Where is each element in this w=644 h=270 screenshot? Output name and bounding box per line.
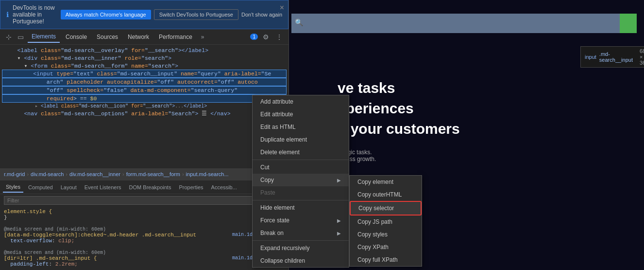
breadcrumb-item[interactable]: div.md-search__inner [69, 171, 120, 177]
copy-xpath-item[interactable]: Copy XPath [350, 241, 422, 253]
breadcrumb: r.md-grid › div.md-search › div.md-searc… [0, 168, 288, 180]
selected-dom-line-2[interactable]: arch" placeholder autocapitalize="off" a… [2, 78, 287, 86]
website-heading: ve tasks xperiences d your customers [338, 78, 460, 139]
settings-icon[interactable]: ⚙ [261, 32, 271, 42]
selected-dom-line-4[interactable]: required> == $0 [2, 94, 287, 103]
ctx-copy[interactable]: Copy ▶ [253, 174, 349, 186]
ctx-collapse[interactable]: Collapse children [253, 254, 349, 267]
tab-computed[interactable]: Computed [25, 182, 56, 192]
dom-tree: <label class="md-search__overlay" for="_… [0, 45, 288, 168]
dont-show-link[interactable]: Don't show again [241, 12, 282, 18]
breadcrumb-item[interactable]: div.md-search [31, 171, 64, 177]
ctx-duplicate[interactable]: Duplicate element [253, 133, 349, 146]
ctx-break-on[interactable]: Break on ▶ [253, 227, 349, 239]
css-selector-2: [data-md-toggle=search]:checked~.md-head… [4, 232, 196, 238]
ctx-expand[interactable]: Expand recursively [253, 242, 349, 254]
tab-accessibility[interactable]: Accessib... [208, 182, 240, 192]
tab-performance[interactable]: Performance [155, 32, 196, 42]
inspect-icon[interactable]: ⊹ [4, 32, 14, 42]
force-state-arrow: ▶ [337, 218, 341, 223]
ctx-paste: Paste [253, 186, 349, 199]
dom-line[interactable]: ▾ <div class="md-search__inner" role="se… [0, 54, 288, 62]
tab-console[interactable]: Console [62, 32, 91, 42]
ctx-edit-attribute[interactable]: Edit attribute [253, 108, 349, 121]
copy-styles-item[interactable]: Copy styles [350, 228, 422, 241]
copy-full-xpath-item[interactable]: Copy full XPath [350, 253, 422, 266]
ctx-hide[interactable]: Hide element [253, 201, 349, 214]
search-icon: 🔍 [295, 18, 303, 26]
tab-styles[interactable]: Styles [3, 182, 23, 193]
tab-elements[interactable]: Elements [28, 31, 60, 43]
css-selector-3: [dir=ltr] .md-search__input { [4, 255, 97, 261]
breadcrumb-item[interactable]: form.md-search__form [126, 171, 180, 177]
ctx-separator [253, 160, 349, 160]
ctx-cut[interactable]: Cut [253, 161, 349, 174]
selected-dom-line[interactable]: <input type="text" class="md-search__inp… [2, 70, 287, 78]
website-content: ve tasks xperiences d your customers rat… [338, 78, 460, 162]
notification-text: DevTools is now available in Portuguese! [13, 4, 57, 25]
ctx-separator-2 [253, 200, 349, 200]
element-tooltip: input .md-search__input 688 × 36 [580, 46, 644, 68]
tab-layout[interactable]: Layout [58, 182, 80, 192]
tab-dom-breakpoints[interactable]: DOM Breakpoints [126, 182, 174, 192]
dom-line[interactable]: <label class="md-search__overlay" for="_… [0, 47, 288, 54]
devtools-panel: ℹ DevTools is now available in Portugues… [0, 0, 289, 270]
ctx-separator-3 [253, 240, 349, 241]
search-green-btn [620, 14, 637, 33]
ctx-add-attribute[interactable]: Add attribute [253, 95, 349, 108]
copy-element-item[interactable]: Copy element [350, 176, 422, 188]
tooltip-size: 688 × 36 [640, 48, 644, 66]
tab-network[interactable]: Network [124, 32, 153, 42]
tooltip-class: .md-search__input [599, 51, 633, 63]
context-menu: Add attribute Edit attribute Edit as HTM… [252, 95, 349, 268]
search-bar-highlight [291, 14, 637, 33]
device-icon[interactable]: ▭ [16, 32, 26, 42]
tooltip-tag: input [585, 54, 596, 60]
styles-filter: :hov .cls + [0, 194, 288, 207]
notification-bar: ℹ DevTools is now available in Portugues… [0, 0, 288, 29]
copy-js-path-item[interactable]: Copy JS path [350, 216, 422, 228]
tab-properties[interactable]: Properties [176, 182, 206, 192]
website-desc: rategic tasks. isiness growth. [338, 149, 460, 162]
breadcrumb-item-current[interactable]: input.md-search... [186, 171, 229, 177]
dom-line[interactable]: <nav class="md-search__options" aria-lab… [0, 109, 288, 117]
notification-buttons: Always match Chrome's language Switch De… [61, 9, 282, 20]
break-on-arrow: ▶ [337, 231, 341, 236]
info-icon: ℹ [6, 11, 9, 18]
dom-line[interactable]: ▾ <form class="md-search__form" name="se… [0, 62, 288, 70]
toolbar-right: 1 ⚙ ⋮ [250, 32, 285, 42]
devtools-toolbar: ⊹ ▭ Elements Console Sources Network Per… [0, 29, 288, 45]
styles-tabs: Styles Computed Layout Event Listeners D… [0, 180, 288, 194]
tab-sources[interactable]: Sources [93, 32, 122, 42]
css-selector: element.style { [4, 209, 52, 215]
copy-outerhtml-item[interactable]: Copy outerHTML [350, 188, 422, 201]
notification-close-icon[interactable]: × [280, 3, 284, 12]
filter-input[interactable] [4, 196, 254, 205]
copy-submenu: Copy element Copy outerHTML Copy selecto… [349, 175, 422, 267]
css-rule-2: @media screen and (min-width: 60em) [dat… [4, 226, 285, 244]
switch-devtools-button[interactable]: Switch DevTools to Portuguese [154, 9, 238, 20]
tab-event-listeners[interactable]: Event Listeners [82, 182, 124, 192]
styles-panel: Styles Computed Layout Event Listeners D… [0, 180, 288, 270]
copy-submenu-arrow: ▶ [337, 178, 341, 183]
copy-selector-item[interactable]: Copy selector [350, 201, 422, 216]
breadcrumb-item[interactable]: r.md-grid [4, 171, 25, 177]
dom-line[interactable]: ▸ <label class="md-search__icon" for="__… [0, 103, 288, 109]
ctx-delete[interactable]: Delete element [253, 146, 349, 159]
ctx-force-state[interactable]: Force state ▶ [253, 214, 349, 227]
more-tabs-icon[interactable]: » [198, 33, 207, 41]
selected-dom-line-3[interactable]: "off" spellcheck="false" data-md-compone… [2, 86, 287, 94]
styles-content: element.style { } @media screen and (min… [0, 207, 288, 269]
ctx-edit-html[interactable]: Edit as HTML [253, 121, 349, 133]
css-rule: element.style { } [4, 209, 285, 220]
css-rule-3: @media screen and (min-width: 60em) [dir… [4, 250, 285, 267]
console-badge: 1 [250, 34, 258, 40]
always-match-button[interactable]: Always match Chrome's language [61, 10, 151, 19]
menu-icon[interactable]: ⋮ [274, 32, 285, 42]
